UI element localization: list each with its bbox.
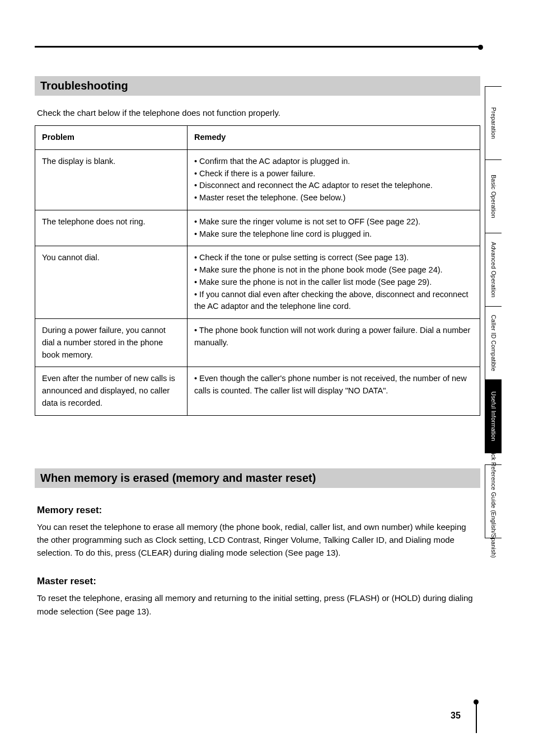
- remedy-line: • Make sure the phone is not in the call…: [194, 276, 473, 289]
- table-header-row: Problem Remedy: [35, 126, 480, 150]
- reset-type-text: You can reset the telephone to erase all…: [37, 520, 478, 560]
- table-row: The telephone does not ring.• Make sure …: [35, 210, 480, 246]
- footer-stem: [476, 702, 477, 733]
- reset-type-title: Master reset:: [37, 576, 478, 587]
- problem-cell: The display is blank.: [35, 149, 188, 210]
- table-row: Even after the number of new calls is an…: [35, 367, 480, 415]
- problem-cell: Even after the number of new calls is an…: [35, 367, 188, 415]
- remedy-line: • Check if there is a power failure.: [194, 168, 473, 180]
- remedy-cell: • The phone book function will not work …: [188, 319, 480, 367]
- header-rule: [35, 44, 480, 51]
- reset-type-title: Memory reset:: [37, 505, 478, 516]
- problem-cell: You cannot dial.: [35, 246, 188, 319]
- remedy-cell: • Confirm that the AC adaptor is plugged…: [188, 149, 480, 210]
- remedy-line: • Make sure the phone is not in the phon…: [194, 264, 473, 276]
- header-rule-bar: [35, 46, 480, 48]
- side-tab-label: Quick Reference Guide (English/Spanish): [490, 445, 497, 558]
- remedy-cell: • Check if the tone or pulse setting is …: [188, 246, 480, 319]
- remedy-line: • If you cannot dial even after checking…: [194, 289, 473, 313]
- reset-types: Memory reset:You can reset the telephone…: [35, 505, 480, 618]
- side-tab-label: Basic Operation: [490, 175, 497, 218]
- table-header-remedy: Remedy: [188, 126, 480, 150]
- remedy-line: • Master reset the telephone. (See below…: [194, 192, 473, 204]
- remedy-line: • The phone book function will not work …: [194, 325, 473, 349]
- side-tab[interactable]: Caller ID Compatible: [485, 306, 502, 380]
- problem-cell: The telephone does not ring.: [35, 210, 188, 246]
- troubleshooting-table: Problem Remedy The display is blank.• Co…: [35, 125, 480, 416]
- side-tab[interactable]: Advanced Operation: [485, 233, 502, 307]
- remedy-line: • Disconnect and reconnect the AC adapto…: [194, 180, 473, 192]
- header-rule-dot: [478, 45, 483, 50]
- remedy-line: • Even though the caller's phone number …: [194, 373, 473, 397]
- remedy-line: • Confirm that the AC adaptor is plugged…: [194, 156, 473, 168]
- table-body: The display is blank.• Confirm that the …: [35, 149, 480, 415]
- side-tab[interactable]: Useful Information: [485, 379, 502, 453]
- table-row: You cannot dial.• Check if the tone or p…: [35, 246, 480, 319]
- section-title-troubleshooting: Troubleshooting: [35, 76, 480, 96]
- table-row: The display is blank.• Confirm that the …: [35, 149, 480, 210]
- remedy-line: • Make sure the telephone line cord is p…: [194, 228, 473, 241]
- remedy-line: • Check if the tone or pulse setting is …: [194, 252, 473, 264]
- section-title-reset: When memory is erased (memory and master…: [35, 468, 480, 488]
- table-header-problem: Problem: [35, 126, 188, 150]
- side-tab[interactable]: Quick Reference Guide (English/Spanish): [485, 464, 502, 538]
- lead-text: Check the chart below if the telephone d…: [37, 107, 478, 119]
- reset-type-text: To reset the telephone, erasing all memo…: [37, 591, 478, 618]
- page-content: Troubleshooting Check the chart below if…: [35, 44, 480, 618]
- table-row: During a power failure, you cannot dial …: [35, 319, 480, 367]
- page-number: 35: [451, 711, 461, 721]
- side-tab-label: Preparation: [490, 107, 497, 139]
- reset-section: When memory is erased (memory and master…: [35, 468, 480, 618]
- remedy-cell: • Even though the caller's phone number …: [188, 367, 480, 415]
- side-tab[interactable]: Basic Operation: [485, 159, 502, 233]
- side-tabs: PreparationBasic OperationAdvanced Opera…: [485, 86, 502, 538]
- side-tab[interactable]: Preparation: [485, 86, 502, 160]
- remedy-line: • Make sure the ringer volume is not set…: [194, 216, 473, 228]
- problem-cell: During a power failure, you cannot dial …: [35, 319, 188, 367]
- side-tab-label: Advanced Operation: [490, 242, 497, 297]
- side-tab-label: Useful Information: [490, 392, 497, 442]
- remedy-cell: • Make sure the ringer volume is not set…: [188, 210, 480, 246]
- side-tab-label: Caller ID Compatible: [490, 315, 497, 372]
